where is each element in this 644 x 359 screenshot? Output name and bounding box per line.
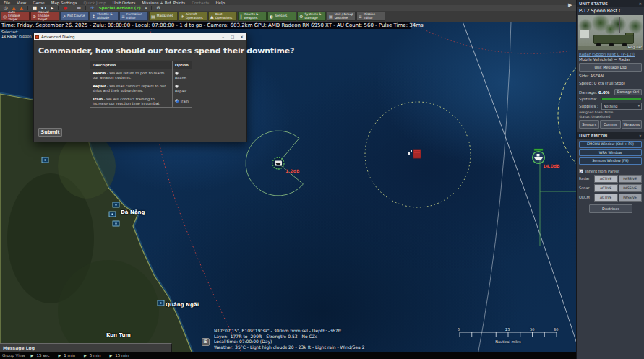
button-label: Systems & Damage — [304, 13, 324, 20]
formation-editor-button[interactable]: ≡Formation Editor — [119, 12, 148, 21]
maximize-button[interactable]: □ — [228, 33, 237, 40]
unit-message-log-button[interactable]: Unit Message Log — [579, 63, 642, 72]
record-icon[interactable]: ● — [63, 5, 67, 11]
menu-game[interactable]: Game — [33, 1, 44, 5]
printer-icon[interactable]: ▬ — [77, 5, 81, 11]
systems-damage-button[interactable]: ⚙Systems & Damage — [297, 12, 326, 21]
unit-type-line: Mobile Vehicle(s) = Radar — [577, 56, 644, 61]
time-step-5min[interactable]: 5 min — [90, 353, 101, 358]
doctrine-icon: ▤ — [329, 14, 333, 19]
weapons-tab-button[interactable]: Weapons — [622, 120, 642, 129]
doctrines-button[interactable]: Doctrines — [589, 204, 632, 213]
minimize-button[interactable]: – — [218, 33, 228, 40]
flame-icon[interactable]: ▲ — [20, 5, 23, 11]
close-icon[interactable]: ✕ — [639, 134, 642, 138]
menu-missions-ref-points[interactable]: Missions + Ref. Points — [142, 1, 185, 5]
time-step-15sec[interactable]: 15 sec — [36, 353, 49, 358]
unit-class-link[interactable]: Radar (Spoon Rest C (P-12)) — [577, 50, 644, 56]
menu-view[interactable]: View — [17, 1, 26, 5]
play-icon[interactable]: ▶ — [51, 5, 54, 11]
rearm-radio[interactable] — [175, 72, 179, 75]
unit-emcon-title: UNIT EMCON — [579, 134, 607, 138]
geo-label-da-nang: Đà Nẵng — [121, 209, 145, 215]
time-step-1min[interactable]: 1 min — [64, 353, 75, 358]
button-label: Sensors — [275, 14, 287, 18]
ribbon-toolbar: ◎Auto Engage Target ⊕Manual Engage Targe… — [0, 11, 576, 22]
plot-course-button[interactable]: ↗Plot Course — [60, 12, 89, 21]
time-step-15min[interactable]: 15 min — [115, 353, 129, 358]
manual-engage-target-button[interactable]: ⊕Manual Engage Target — [30, 12, 59, 21]
table-row-repair: Repair - We shall conduct repairs to our… — [90, 82, 192, 95]
wra-window-button[interactable]: WRA Window — [579, 149, 642, 156]
speed-line: Speed: 0 kts (Full Stop) — [577, 78, 644, 85]
yellow-range-ring — [558, 43, 576, 188]
button-label: Magazines — [157, 14, 173, 18]
close-button[interactable]: ✕ — [237, 33, 246, 40]
oecm-passive-button[interactable]: PASSIVE — [619, 194, 643, 202]
special-actions-button[interactable]: Special Actions (2) — [99, 5, 141, 11]
radar-passive-button[interactable]: PASSIVE — [619, 175, 643, 183]
geo-label-kon-tum: Kon Tum — [106, 332, 131, 338]
selected-contact-icon[interactable] — [533, 149, 545, 164]
throttle-icon: ↕ — [92, 14, 95, 19]
pause-icon[interactable]: ▮▮ — [33, 5, 36, 11]
dialog-title-bar[interactable]: Advanced Dialog – □ ✕ — [34, 33, 246, 40]
aircraft-icon[interactable]: ✈ — [90, 5, 94, 11]
oecm-active-button[interactable]: ACTIVE — [594, 194, 618, 202]
mission-icon: ≡ — [359, 14, 362, 19]
mounts-weapons-button[interactable]: ∥Mounts & Weapons — [238, 12, 267, 21]
radar-active-button[interactable]: ACTIVE — [594, 175, 618, 183]
play-icon: ▶ — [109, 353, 112, 358]
signal-strength-label: 1.2dB — [285, 168, 300, 173]
submit-button[interactable]: Submit — [38, 128, 62, 137]
status-weather-line: Weather: 35°C - Light high clouds 20 - 2… — [214, 345, 365, 350]
advanced-dialog-window: Advanced Dialog – □ ✕ Commander, how sho… — [33, 33, 247, 142]
button-label: Throttle & Altitude — [97, 13, 116, 20]
unit-group-doctrine-button[interactable]: ▤Unit / Group Doctrine — [327, 12, 356, 21]
inherit-from-parent-checkbox[interactable]: ✓ — [579, 169, 583, 173]
photo-tower — [619, 17, 620, 33]
systems-health-bar — [601, 98, 642, 100]
sensors-tab-button[interactable]: Sensors — [579, 120, 599, 129]
message-log-bar[interactable]: Message Log — [0, 343, 172, 352]
sidebar-collapse-arrow-icon[interactable]: ▶ — [568, 2, 572, 8]
clock-icon[interactable]: ◷ — [4, 5, 8, 11]
terrain-shading — [58, 134, 116, 199]
gear-icon: ⚙ — [299, 14, 303, 19]
sensors-button[interactable]: ◐Sensors — [267, 12, 296, 21]
magazines-button[interactable]: ▤Magazines — [149, 12, 178, 21]
group-view-label[interactable]: Group View — [2, 353, 25, 358]
menu-file[interactable]: File — [4, 1, 10, 5]
friendly-contact-icon[interactable] — [272, 157, 284, 169]
aircraft-operations-button[interactable]: ✈Aircraft Operations — [179, 12, 207, 21]
button-label: Boat Operations — [215, 13, 235, 20]
repair-radio[interactable] — [175, 85, 179, 88]
menu-unit-orders[interactable]: Unit Orders — [113, 1, 135, 5]
sonar-passive-button[interactable]: PASSIVE — [619, 184, 643, 192]
inherit-from-parent-label: Inherit from Parent — [585, 169, 619, 173]
sensors-window-button[interactable]: Sensors Window (F9) — [579, 157, 642, 165]
comms-tab-button[interactable]: Comms — [600, 120, 620, 129]
damage-ctrl-button[interactable]: Damage Ctrl — [614, 89, 642, 95]
boat-operations-button[interactable]: ▲Boat Operations — [208, 12, 237, 21]
database-viewer-icon[interactable]: ⊞ — [202, 338, 210, 346]
auto-engage-target-button[interactable]: ◎Auto Engage Target — [1, 12, 30, 21]
systems-label: Systems: — [579, 97, 597, 101]
right-sidebar: UNIT STATUS ✕ P-12 Spoon Rest C Regular … — [576, 0, 644, 359]
mission-editor-button[interactable]: ≡Mission Editor — [356, 12, 385, 21]
emcon-window-button[interactable]: EMCON Window (Ctrl + F9) — [579, 141, 642, 148]
side-line: Side: ASEAN — [577, 72, 644, 78]
play-icon: ▶ — [31, 353, 34, 358]
chevron-down-icon[interactable]: ▾ — [145, 5, 147, 11]
throttle-altitude-button[interactable]: ↕Throttle & Altitude — [90, 12, 119, 21]
divider — [58, 6, 59, 10]
sonar-active-button[interactable]: ACTIVE — [594, 184, 618, 192]
gear-icon[interactable]: ⚙ — [156, 5, 160, 11]
scale-tick-label: 50 — [530, 327, 534, 332]
hostile-contact-icon[interactable] — [408, 150, 421, 158]
train-radio[interactable] — [175, 99, 179, 103]
close-icon[interactable]: ✕ — [639, 1, 642, 6]
supplies-dropdown[interactable]: Nothing ▾ — [601, 103, 642, 110]
menu-map-settings[interactable]: Map Settings — [51, 1, 77, 5]
menu-help[interactable]: Help — [215, 1, 225, 5]
